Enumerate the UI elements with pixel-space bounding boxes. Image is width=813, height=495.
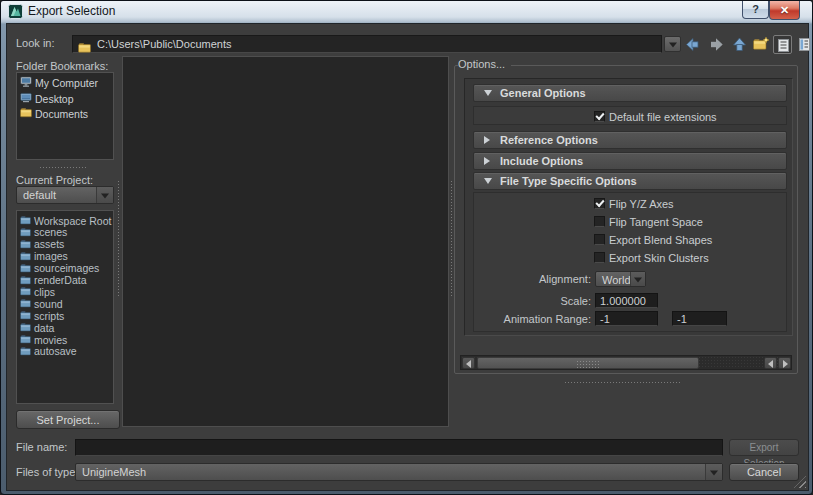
section-reference-options[interactable]: Reference Options xyxy=(473,131,787,149)
file-name-input[interactable] xyxy=(75,439,723,456)
scroll-left-button[interactable] xyxy=(462,357,475,369)
arrow-left-icon xyxy=(466,360,471,368)
scroll-right-button[interactable] xyxy=(778,357,791,369)
new-folder-button[interactable] xyxy=(751,35,770,54)
checkbox-label: Flip Tangent Space xyxy=(609,215,703,229)
dialog-body: Look in: C:\Users\Public\Documents Folde… xyxy=(6,23,809,491)
folder-item[interactable]: renderData xyxy=(17,275,113,287)
set-project-button[interactable]: Set Project... xyxy=(16,410,120,429)
look-in-label: Look in: xyxy=(16,37,55,49)
options-group: General Options Default file extensions … xyxy=(454,65,798,374)
checkbox-label: Default file extensions xyxy=(609,110,717,124)
project-select[interactable]: default xyxy=(16,186,114,204)
default-file-extensions-checkbox[interactable] xyxy=(594,111,605,122)
bookmark-my-computer[interactable]: My Computer xyxy=(17,76,113,92)
splitter-handle[interactable] xyxy=(564,381,680,385)
files-of-type-value: UnigineMesh xyxy=(82,464,146,481)
titlebar[interactable]: Export Selection ? ✕ xyxy=(1,1,812,23)
section-general-options[interactable]: General Options xyxy=(473,84,787,102)
folder-name: images xyxy=(34,251,68,262)
files-of-type-select[interactable]: UnigineMesh xyxy=(75,463,723,481)
file-name-label: File name: xyxy=(16,441,67,453)
folder-item[interactable]: movies xyxy=(17,334,113,346)
options-label: Options... xyxy=(458,58,511,70)
splitter-handle[interactable] xyxy=(117,180,121,298)
folder-item[interactable]: sourceimages xyxy=(17,263,113,275)
path-value: C:\Users\Public\Documents xyxy=(97,36,232,53)
folder-name: Workspace Root xyxy=(34,216,111,227)
animation-range-start-input[interactable]: -1 xyxy=(595,311,658,326)
folder-name: clips xyxy=(34,287,55,298)
forward-button[interactable] xyxy=(707,35,726,54)
file-list[interactable] xyxy=(122,56,449,427)
folder-icon xyxy=(20,263,31,275)
folder-icon xyxy=(20,215,31,227)
scale-input[interactable]: 1.000000 xyxy=(595,293,658,308)
bookmark-documents[interactable]: Documents xyxy=(17,107,113,122)
folder-icon xyxy=(20,298,31,310)
files-of-type-label: Files of type: xyxy=(16,466,78,478)
expander-icon xyxy=(484,136,490,144)
export-blend-shapes-checkbox[interactable] xyxy=(594,234,605,245)
cancel-button[interactable]: Cancel xyxy=(729,463,799,481)
scale-label: Scale: xyxy=(474,293,591,309)
help-button[interactable]: ? xyxy=(742,1,769,19)
options-horizontal-scrollbar[interactable] xyxy=(460,355,792,370)
folder-bookmarks-list[interactable]: My Computer Desktop Documents xyxy=(16,72,114,160)
folder-name: movies xyxy=(34,335,67,346)
grip-icon xyxy=(576,360,600,368)
bookmark-label: My Computer xyxy=(35,77,98,91)
section-title: General Options xyxy=(500,85,586,102)
folder-item[interactable]: sound xyxy=(17,298,113,310)
path-combobox[interactable]: C:\Users\Public\Documents xyxy=(72,35,662,53)
checkbox-label: Export Blend Shapes xyxy=(609,233,712,247)
desktop-icon xyxy=(20,92,32,108)
folder-icon xyxy=(20,239,31,251)
scroll-left-button[interactable] xyxy=(764,357,777,369)
alignment-select[interactable]: World xyxy=(595,271,646,287)
computer-icon xyxy=(20,76,32,92)
folder-item[interactable]: Workspace Root xyxy=(17,215,113,227)
flip-tangent-space-checkbox[interactable] xyxy=(594,216,605,227)
back-button[interactable] xyxy=(683,35,702,54)
folder-item[interactable]: images xyxy=(17,251,113,263)
section-title: File Type Specific Options xyxy=(500,173,637,190)
folder-name: assets xyxy=(34,239,64,250)
up-button[interactable] xyxy=(730,35,749,54)
folder-item[interactable]: scripts xyxy=(17,310,113,322)
close-button[interactable]: ✕ xyxy=(769,1,800,20)
bookmark-label: Documents xyxy=(35,108,88,122)
folder-icon xyxy=(20,346,31,358)
folder-item[interactable]: assets xyxy=(17,239,113,251)
folder-item[interactable]: autosave xyxy=(17,346,113,358)
scrollbar-thumb[interactable] xyxy=(477,357,699,369)
folder-icon xyxy=(20,286,31,298)
folder-icon xyxy=(20,251,31,263)
folder-icon xyxy=(20,275,31,287)
folder-name: sourceimages xyxy=(34,263,99,274)
project-folder-tree[interactable]: Workspace Root scenes assets images sour… xyxy=(16,210,114,404)
list-view-button[interactable] xyxy=(773,35,792,54)
section-include-options[interactable]: Include Options xyxy=(473,152,787,170)
splitter-handle[interactable] xyxy=(39,166,87,170)
export-selection-button[interactable]: Export Selection xyxy=(729,439,799,456)
export-skin-clusters-checkbox[interactable] xyxy=(594,252,605,263)
folder-icon xyxy=(20,322,31,334)
expander-icon xyxy=(484,90,492,96)
folder-icon xyxy=(20,107,32,122)
folder-icon xyxy=(78,39,91,57)
details-view-button[interactable] xyxy=(795,35,813,54)
bookmark-desktop[interactable]: Desktop xyxy=(17,92,113,108)
path-dropdown-button[interactable] xyxy=(664,36,681,52)
folder-item[interactable]: data xyxy=(17,322,113,334)
folder-item[interactable]: clips xyxy=(17,286,113,298)
section-file-type-specific-options[interactable]: File Type Specific Options xyxy=(473,172,787,190)
animation-range-end-input[interactable]: -1 xyxy=(672,311,727,326)
chevron-down-icon xyxy=(669,43,677,48)
arrow-left-icon xyxy=(768,360,773,368)
alignment-label: Alignment: xyxy=(474,271,591,287)
folder-item[interactable]: scenes xyxy=(17,227,113,239)
file-type-options-content: Flip Y/Z Axes Flip Tangent Space Export … xyxy=(473,192,787,332)
flip-yz-axes-checkbox[interactable] xyxy=(594,198,605,209)
folder-bookmarks-label: Folder Bookmarks: xyxy=(16,60,108,72)
